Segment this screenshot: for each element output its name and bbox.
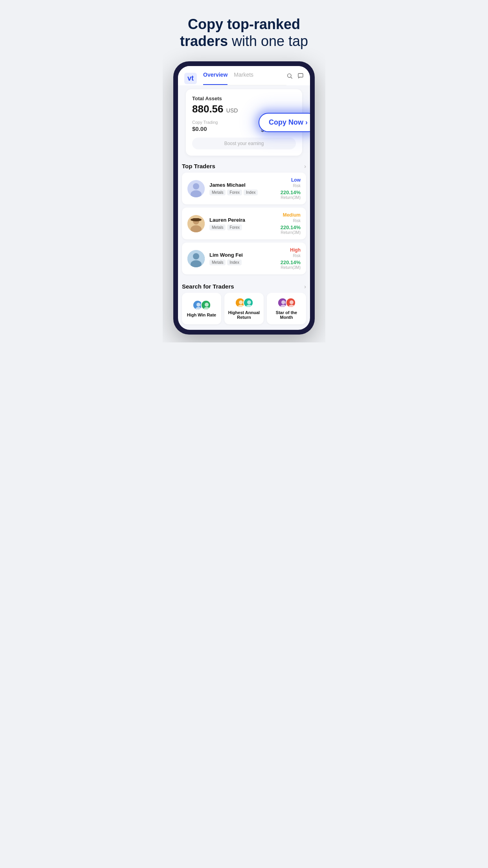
copy-now-button[interactable]: Copy Now › (259, 113, 310, 132)
trader-tag-forex-1: Forex (227, 224, 242, 230)
risk-text-0: Risk (281, 184, 301, 188)
total-assets-label: Total Assets (192, 96, 296, 101)
hero-title-normal: with one tap (228, 33, 308, 49)
top-traders-header: Top Traders › (178, 157, 310, 173)
svg-line-1 (291, 77, 292, 79)
category-label-2: Star of the Month (270, 310, 303, 320)
trader-avatar-0 (187, 180, 205, 197)
return-label-1: Return(3M) (281, 230, 301, 235)
copy-trading-col: Copy Trading $0.00 (192, 120, 218, 133)
return-value-0: 220.14% (281, 189, 301, 195)
chat-icon[interactable] (297, 73, 304, 81)
trader-card-0[interactable]: James Michael Metals Forex Index Low Ris… (182, 173, 306, 204)
trader-name-2: Lim Wong Fei (209, 252, 276, 258)
risk-text-2: Risk (281, 254, 301, 258)
boost-row: Boost your earning (192, 138, 296, 149)
trader-tags-1: Metals Forex (209, 224, 276, 230)
return-value-2: 220.14% (281, 259, 301, 265)
svg-rect-2 (298, 74, 303, 77)
search-traders-header: Search for Traders › (178, 278, 310, 293)
return-label-2: Return(3M) (281, 265, 301, 270)
hero-title: Copy top-ranked traders with one tap (171, 16, 317, 50)
trader-avatar-1 (187, 215, 205, 232)
category-cards-row: High Win Rate Highest Annual Retur (178, 293, 310, 330)
svg-point-24 (247, 300, 251, 304)
category-avatars-0 (193, 300, 211, 310)
trader-tag-index-2: Index (227, 259, 241, 265)
currency-label: USD (226, 107, 238, 114)
trader-name-1: Lauren Pereira (209, 217, 276, 223)
trader-tag-metals-2: Metals (209, 259, 226, 265)
trader-stats-0: Low Risk 220.14% Return(3M) (281, 177, 301, 200)
trader-tags-2: Metals Index (209, 259, 276, 265)
top-traders-arrow[interactable]: › (304, 163, 306, 169)
category-avatars-1 (235, 298, 253, 308)
return-label-0: Return(3M) (281, 195, 301, 200)
svg-point-30 (290, 300, 294, 304)
svg-point-12 (193, 253, 199, 259)
risk-label-0: Low (281, 177, 301, 183)
trader-tag-metals-0: Metals (209, 189, 226, 195)
search-icon[interactable] (286, 73, 293, 81)
cat-avatar-2-1 (286, 298, 296, 308)
phone-frame: vt Overview Markets (173, 61, 315, 335)
top-traders-section: Top Traders › James Michael (178, 156, 310, 330)
app-header: vt Overview Markets (178, 66, 310, 85)
tab-overview[interactable]: Overview (203, 72, 227, 85)
risk-label-2: High (281, 247, 301, 253)
trader-tag-index-0: Index (244, 189, 258, 195)
svg-point-0 (288, 74, 291, 77)
svg-point-18 (205, 303, 209, 307)
trader-card-2[interactable]: Lim Wong Fei Metals Index High Risk 220.… (182, 243, 306, 274)
search-traders-arrow[interactable]: › (304, 283, 306, 290)
trader-tags-0: Metals Forex Index (209, 189, 276, 195)
cat-avatar-0-1 (201, 300, 211, 310)
trader-info-1: Lauren Pereira Metals Forex (209, 217, 276, 230)
risk-text-1: Risk (281, 219, 301, 223)
svg-point-27 (281, 300, 285, 304)
category-card-1[interactable]: Highest Annual Return (224, 293, 264, 324)
search-traders-title: Search for Traders (182, 283, 234, 290)
trader-card-1[interactable]: Lauren Pereira Metals Forex Medium Risk … (182, 208, 306, 239)
header-icons (286, 73, 304, 85)
trader-info-2: Lim Wong Fei Metals Index (209, 252, 276, 265)
trader-name-0: James Michael (209, 182, 276, 188)
svg-rect-10 (193, 218, 199, 220)
trader-info-0: James Michael Metals Forex Index (209, 182, 276, 195)
cat-avatar-1-1 (243, 298, 253, 308)
page-wrapper: Copy top-ranked traders with one tap vt … (163, 0, 325, 342)
svg-point-4 (193, 183, 199, 189)
boost-button[interactable]: Boost your earning (192, 138, 296, 149)
category-label-0: High Win Rate (187, 313, 216, 317)
risk-label-1: Medium (281, 212, 301, 218)
category-avatars-2 (277, 298, 296, 308)
svg-point-21 (239, 300, 243, 304)
trader-tag-metals-1: Metals (209, 224, 226, 230)
return-value-1: 220.14% (281, 224, 301, 230)
category-card-0[interactable]: High Win Rate (182, 293, 221, 324)
category-card-2[interactable]: Star of the Month (267, 293, 306, 324)
copy-trading-label: Copy Trading (192, 120, 218, 125)
trader-stats-2: High Risk 220.14% Return(3M) (281, 247, 301, 270)
copy-trading-amount: $0.00 (192, 125, 218, 132)
app-logo: vt (184, 73, 197, 84)
svg-point-15 (196, 303, 200, 307)
trader-tag-forex-0: Forex (227, 189, 242, 195)
phone-screen: vt Overview Markets (178, 66, 310, 330)
tab-markets[interactable]: Markets (234, 72, 253, 81)
trader-avatar-2 (187, 250, 205, 267)
trader-stats-1: Medium Risk 220.14% Return(3M) (281, 212, 301, 235)
nav-tabs: Overview Markets (203, 72, 286, 85)
category-label-1: Highest Annual Return (227, 310, 261, 320)
top-traders-title: Top Traders (182, 163, 215, 169)
